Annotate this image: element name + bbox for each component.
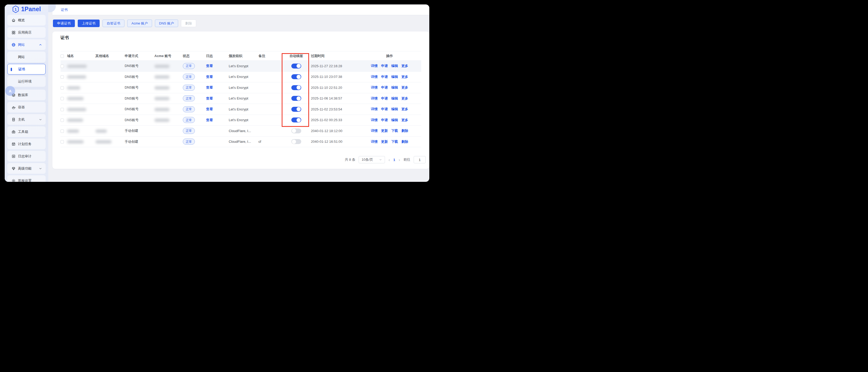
action-link[interactable]: 申请 bbox=[381, 107, 388, 111]
action-link[interactable]: 申请 bbox=[381, 74, 388, 79]
action-link[interactable]: 更多 bbox=[401, 85, 408, 90]
action-link[interactable]: 更多 bbox=[401, 118, 408, 123]
sidebar-item-overview[interactable]: 概览 bbox=[7, 15, 45, 26]
action-link[interactable]: 详情 bbox=[371, 139, 378, 144]
sidebar-item-certificate[interactable]: 证书 bbox=[7, 64, 45, 74]
sidebar-item-log-audit[interactable]: 日志审计 bbox=[7, 151, 45, 162]
sidebar-item-cronjob[interactable]: 计划任务 bbox=[7, 139, 45, 149]
row-checkbox[interactable] bbox=[61, 65, 64, 68]
action-link[interactable]: 删除 bbox=[401, 128, 408, 133]
sidebar-item-website[interactable]: 网站 bbox=[7, 39, 45, 50]
auto-renew-toggle[interactable] bbox=[291, 64, 301, 69]
sidebar-item-runtime[interactable]: 运行环境 bbox=[7, 76, 45, 87]
sidebar-item-toolbox[interactable]: 工具箱 bbox=[7, 126, 45, 137]
apply-method-cell: DNS账号 bbox=[125, 104, 154, 115]
acme-account-button[interactable]: Acme 账户 bbox=[127, 20, 152, 27]
other-domains-cell bbox=[95, 114, 125, 126]
action-link[interactable]: 下载 bbox=[391, 139, 398, 144]
row-checkbox[interactable] bbox=[61, 97, 64, 100]
action-link[interactable]: 编辑 bbox=[391, 64, 398, 68]
expiry-cell: 2025-11-06 14:38:57 bbox=[311, 93, 358, 104]
redacted-domain bbox=[67, 119, 83, 122]
action-link[interactable]: 更多 bbox=[401, 107, 408, 111]
auto-renew-toggle[interactable] bbox=[291, 107, 301, 112]
logo[interactable]: 1 1Panel bbox=[12, 4, 41, 15]
prev-page-button[interactable]: ‹ bbox=[389, 158, 390, 162]
view-log-link[interactable]: 查看 bbox=[206, 75, 213, 79]
toggle-knob bbox=[297, 75, 301, 79]
view-log-link[interactable]: 查看 bbox=[206, 64, 213, 68]
sidebar-item-appstore[interactable]: 应用商店 bbox=[7, 27, 45, 38]
action-link[interactable]: 编辑 bbox=[391, 85, 398, 90]
note-cell bbox=[258, 61, 282, 72]
auto-renew-toggle[interactable] bbox=[291, 117, 301, 123]
pagination-total: 共 8 条 bbox=[345, 157, 355, 162]
action-link[interactable]: 更新 bbox=[381, 128, 388, 133]
action-link[interactable]: 删除 bbox=[401, 139, 408, 144]
action-link[interactable]: 详情 bbox=[371, 96, 378, 101]
upload-certificate-button[interactable]: 上传证书 bbox=[78, 20, 100, 27]
action-link[interactable]: 申请 bbox=[381, 96, 388, 101]
action-link[interactable]: 更新 bbox=[381, 139, 388, 144]
auto-renew-toggle[interactable] bbox=[291, 96, 301, 101]
sidebar-item-container[interactable]: 容器 bbox=[7, 102, 45, 112]
sidebar-item-host[interactable]: 主机 bbox=[7, 114, 45, 125]
action-link[interactable]: 更多 bbox=[401, 74, 408, 79]
action-link[interactable]: 下载 bbox=[391, 128, 398, 133]
row-checkbox[interactable] bbox=[61, 130, 64, 133]
action-link[interactable]: 申请 bbox=[381, 85, 388, 90]
redacted-acme-account bbox=[154, 108, 169, 111]
sidebar-item-website-list[interactable]: 网站 bbox=[7, 52, 45, 62]
actions-cell: 详情申请编辑更多 bbox=[358, 71, 421, 82]
action-link[interactable]: 详情 bbox=[371, 74, 378, 79]
redacted-domain bbox=[67, 75, 86, 79]
status-badge: 正常 bbox=[183, 117, 195, 123]
action-link[interactable]: 详情 bbox=[371, 64, 378, 68]
host-icon bbox=[11, 117, 16, 122]
apply-certificate-button[interactable]: 申请证书 bbox=[53, 20, 75, 27]
domain-cell bbox=[67, 104, 95, 115]
auto-renew-toggle[interactable] bbox=[291, 85, 301, 90]
row-checkbox[interactable] bbox=[61, 119, 64, 122]
view-log-link[interactable]: 查看 bbox=[206, 107, 213, 111]
action-link[interactable]: 编辑 bbox=[391, 96, 398, 101]
sidebar-item-settings[interactable]: 面板设置 bbox=[7, 175, 45, 182]
actions-cell: 详情申请编辑更多 bbox=[358, 114, 421, 126]
auto-renew-toggle[interactable] bbox=[291, 139, 301, 144]
current-page[interactable]: 1 bbox=[393, 158, 395, 162]
action-link[interactable]: 详情 bbox=[371, 118, 378, 123]
view-log-link[interactable]: 查看 bbox=[206, 118, 213, 122]
action-link[interactable]: 编辑 bbox=[391, 118, 398, 123]
action-link[interactable]: 详情 bbox=[371, 128, 378, 133]
row-checkbox[interactable] bbox=[61, 86, 64, 90]
goto-page-input[interactable] bbox=[414, 156, 426, 163]
dns-account-button[interactable]: DNS 账户 bbox=[155, 20, 178, 27]
auto-renew-toggle[interactable] bbox=[291, 128, 301, 133]
redacted-domain bbox=[67, 65, 87, 68]
acme-account-cell bbox=[154, 104, 183, 115]
view-log-link[interactable]: 查看 bbox=[206, 96, 213, 100]
auto-renew-toggle[interactable] bbox=[291, 74, 301, 79]
select-all-checkbox[interactable] bbox=[61, 55, 64, 58]
status-badge: 正常 bbox=[183, 63, 195, 69]
row-checkbox[interactable] bbox=[61, 140, 64, 143]
next-page-button[interactable]: › bbox=[399, 158, 400, 162]
assistant-badge[interactable]: A bbox=[5, 86, 15, 96]
action-link[interactable]: 更多 bbox=[401, 96, 408, 101]
action-link[interactable]: 申请 bbox=[381, 64, 388, 68]
row-checkbox[interactable] bbox=[61, 75, 64, 79]
action-link[interactable]: 详情 bbox=[371, 85, 378, 90]
self-signed-certificate-button[interactable]: 自签证书 bbox=[102, 20, 124, 27]
action-link[interactable]: 详情 bbox=[371, 107, 378, 111]
view-log-link[interactable]: 查看 bbox=[206, 86, 213, 89]
breadcrumb-certificate[interactable]: 证书 bbox=[61, 5, 68, 15]
apply-method: DNS账号 bbox=[125, 107, 138, 111]
row-checkbox[interactable] bbox=[61, 108, 64, 111]
auto-renew-cell bbox=[282, 61, 311, 72]
action-link[interactable]: 申请 bbox=[381, 118, 388, 123]
page-size-select[interactable]: 10条/页 bbox=[359, 156, 385, 163]
sidebar-item-advanced[interactable]: 高级功能 bbox=[7, 163, 45, 174]
action-link[interactable]: 更多 bbox=[401, 64, 408, 68]
action-link[interactable]: 编辑 bbox=[391, 107, 398, 111]
action-link[interactable]: 编辑 bbox=[391, 74, 398, 79]
